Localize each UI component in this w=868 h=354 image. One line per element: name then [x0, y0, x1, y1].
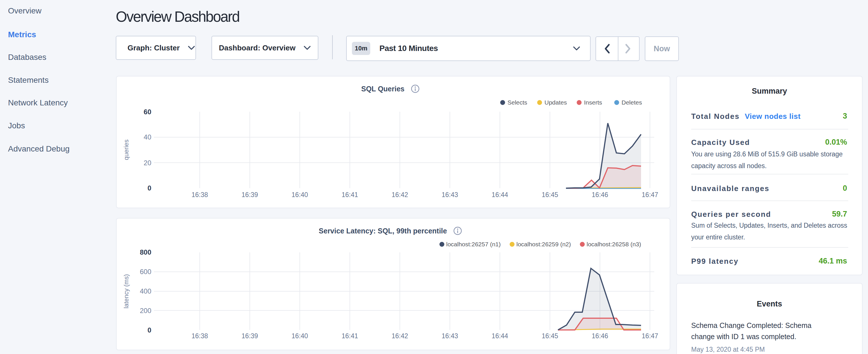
svg-text:16:45: 16:45 [541, 332, 558, 340]
svg-text:600: 600 [140, 268, 151, 276]
svg-text:localhost:26257 (n1): localhost:26257 (n1) [446, 241, 501, 248]
svg-text:16:41: 16:41 [342, 191, 358, 198]
svg-text:16:46: 16:46 [592, 332, 608, 340]
svg-text:16:47: 16:47 [642, 332, 658, 340]
svg-text:Inserts: Inserts [584, 99, 602, 106]
svg-text:200: 200 [140, 307, 151, 315]
svg-text:20: 20 [144, 159, 151, 167]
svg-text:16:46: 16:46 [592, 191, 608, 198]
svg-text:400: 400 [140, 287, 151, 295]
svg-text:800: 800 [140, 248, 151, 256]
svg-text:Updates: Updates [545, 99, 567, 106]
svg-text:16:40: 16:40 [291, 332, 308, 340]
svg-text:60: 60 [144, 108, 151, 116]
svg-text:16:44: 16:44 [492, 191, 508, 198]
svg-text:16:42: 16:42 [392, 191, 408, 198]
svg-text:16:41: 16:41 [342, 332, 358, 340]
svg-text:16:44: 16:44 [492, 332, 508, 340]
svg-text:Deletes: Deletes [622, 99, 642, 106]
svg-text:0: 0 [148, 326, 151, 334]
svg-text:localhost:26258 (n3): localhost:26258 (n3) [587, 241, 641, 248]
svg-text:queries: queries [123, 139, 130, 160]
svg-text:16:40: 16:40 [291, 191, 308, 198]
svg-text:16:38: 16:38 [191, 191, 208, 198]
svg-text:latency (ms): latency (ms) [123, 274, 130, 309]
svg-text:16:39: 16:39 [242, 332, 258, 340]
svg-text:16:38: 16:38 [191, 332, 208, 340]
svg-text:0: 0 [148, 184, 151, 192]
svg-text:Selects: Selects [507, 99, 527, 106]
svg-text:16:47: 16:47 [642, 191, 658, 198]
svg-text:16:39: 16:39 [242, 191, 258, 198]
svg-text:40: 40 [144, 133, 151, 141]
svg-text:localhost:26259 (n2): localhost:26259 (n2) [517, 241, 571, 248]
svg-text:16:42: 16:42 [392, 332, 408, 340]
svg-text:16:43: 16:43 [442, 191, 458, 198]
svg-text:16:43: 16:43 [442, 332, 458, 340]
svg-text:16:45: 16:45 [541, 191, 558, 198]
